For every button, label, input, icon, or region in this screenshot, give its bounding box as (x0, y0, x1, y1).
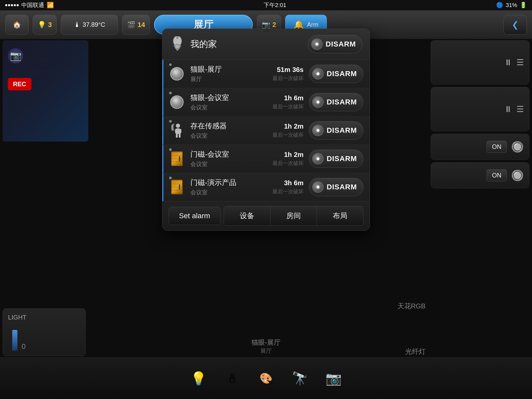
sensor-room-1: 会议室 (190, 104, 272, 111)
home-icon: 🏠 (13, 21, 21, 29)
home-button[interactable]: 🏠 (5, 15, 29, 35)
modal-header-icon (170, 36, 185, 52)
light-icon: 💡 (38, 21, 46, 29)
light-button[interactable]: 💡 3 (33, 15, 57, 35)
sensor-time-3: 1h 2m (272, 151, 304, 159)
sensor-item-3: 门磁-会议室 会议室 1h 2m 最后一次破坏 DISARM (162, 145, 370, 173)
temp-value: 37.89°C (83, 21, 105, 28)
disarm-circle-icon (311, 38, 323, 50)
on-badge-2: ON (487, 169, 507, 181)
sensor-last-2: 最后一次破坏 (272, 131, 304, 138)
main-disarm-label: DISARM (326, 40, 356, 48)
sensor-icon-3 (169, 150, 185, 167)
alert-dot-2 (169, 120, 172, 123)
sensor-item-4: 门磁-演示产品 会议室 3h 6m 最后一次破坏 DISARM (162, 173, 370, 201)
sensor-time-2: 1h 2m (272, 122, 304, 130)
bottom-icon-light[interactable]: 💡 (188, 368, 209, 389)
light-title-label: LIGHT (8, 314, 80, 321)
on-badge-1: ON (487, 141, 507, 153)
sensor-name-4: 门磁-演示产品 (190, 178, 272, 188)
disarm-button-4[interactable]: DISARM (309, 178, 363, 196)
light-count: 3 (48, 21, 52, 29)
modal-title: 我的家 (190, 38, 217, 50)
bottom-icon-fire[interactable]: 🕯 (222, 368, 243, 389)
disarm-button-1[interactable]: DISARM (309, 93, 363, 111)
sensor-last-1: 最后一次破坏 (272, 103, 304, 110)
svg-rect-9 (176, 134, 178, 138)
sensor-time-block-3: 1h 2m 最后一次破坏 (272, 151, 304, 167)
pause-icon[interactable]: ⏸ (504, 58, 512, 67)
bottom-camera-label: 猫眼-展厅 展厅 (251, 338, 281, 355)
alert-dot-0 (169, 63, 172, 66)
bottom-icon-camera-dome[interactable]: 🔭 (289, 368, 310, 389)
main-disarm-button[interactable]: DISARM (308, 35, 362, 53)
sensor-list: 猫眼-展厅 展厅 51m 36s 最后一次破坏 DISARM 猫眼-会议室 (162, 60, 370, 201)
footer-tab-layout[interactable]: 布局 (317, 206, 363, 225)
sensor-icon-2 (169, 122, 185, 139)
status-bar-left: 中国联通 📶 (5, 1, 54, 9)
alarm-modal: 我的家 DISARM 猫眼-展厅 展厅 51m 36s 最后一次破坏 (162, 29, 370, 231)
back-icon: ❮ (512, 20, 519, 30)
right-controls: ⏸ ☰ ⏸ ☰ ON 🔘 ON 🔘 (431, 40, 529, 188)
light-control: LIGHT 0 (3, 308, 86, 356)
sensor-room-0: 展厅 (190, 75, 272, 83)
sensor-time-block-2: 1h 2m 最后一次破坏 (272, 122, 304, 138)
sensor-name-2: 存在传感器 (190, 121, 272, 131)
disarm-button-3[interactable]: DISARM (309, 150, 363, 168)
disarm-label-4: DISARM (327, 183, 357, 191)
sensor-info-2: 存在传感器 会议室 (190, 121, 272, 140)
bottom-icon-bar: 💡 🕯 🎨 🔭 📷 (0, 357, 532, 399)
menu-icon[interactable]: ☰ (516, 57, 524, 67)
battery-icon: 🔋 (520, 2, 527, 9)
toggle-icon-1[interactable]: 🔘 (511, 141, 524, 153)
sensor-last-4: 最后一次破坏 (272, 188, 304, 195)
battery-label: 31% (506, 2, 517, 9)
footer-tab-room[interactable]: 房间 (270, 206, 317, 225)
sensor-name-1: 猫眼-会议室 (190, 93, 272, 103)
scene-count: 14 (137, 21, 145, 29)
wifi-icon: 📶 (47, 2, 54, 9)
disarm-circle-0 (312, 68, 324, 79)
disarm-circle-3 (312, 153, 324, 164)
status-bar-right: 🔵 31% 🔋 (496, 2, 527, 9)
scene-button[interactable]: 🎬 14 (122, 15, 150, 35)
disarm-label-1: DISARM (327, 98, 357, 106)
rec-badge: REC (8, 78, 31, 90)
svg-rect-8 (179, 129, 181, 134)
sensor-time-block-0: 51m 36s 最后一次破坏 (272, 66, 304, 82)
bottom-icon-camera2[interactable]: 📷 (323, 368, 344, 389)
set-alarm-button[interactable]: Set alarm (169, 207, 221, 225)
sensor-time-block-4: 3h 6m 最后一次破坏 (272, 179, 304, 195)
disarm-button-2[interactable]: DISARM (309, 121, 363, 139)
pause-icon-2[interactable]: ⏸ (504, 104, 512, 114)
sensor-last-0: 最后一次破坏 (272, 75, 304, 82)
disarm-button-0[interactable]: DISARM (309, 65, 363, 83)
svg-rect-10 (179, 134, 181, 138)
sensor-room-2: 会议室 (190, 132, 272, 140)
disarm-label-2: DISARM (327, 126, 357, 135)
bluetooth-icon: 🔵 (496, 2, 503, 9)
back-button[interactable]: ❮ (503, 15, 527, 35)
menu-icon-2[interactable]: ☰ (516, 104, 524, 114)
sensor-room-3: 会议室 (190, 160, 272, 168)
sensor-time-0: 51m 36s (272, 66, 304, 74)
sensor-time-block-1: 1h 6m 最后一次破坏 (272, 94, 304, 110)
footer-tab-device[interactable]: 设备 (224, 206, 270, 225)
disarm-circle-2 (312, 125, 324, 136)
sensor-last-3: 最后一次破坏 (272, 160, 304, 167)
sensor-item-2: 存在传感器 会议室 1h 2m 最后一次破坏 DISARM (162, 116, 370, 145)
alert-dot-1 (169, 92, 172, 94)
modal-header: 我的家 DISARM (162, 29, 370, 60)
sensor-info-0: 猫眼-展厅 展厅 (190, 64, 272, 83)
toggle-icon-2[interactable]: 🔘 (511, 169, 524, 182)
camera-count: 2 (272, 21, 276, 29)
temp-icon: 🌡 (74, 21, 81, 29)
disarm-label-3: DISARM (327, 155, 357, 163)
svg-point-5 (176, 124, 180, 128)
temperature-button[interactable]: 🌡 37.89°C (61, 15, 118, 35)
bottom-icon-color[interactable]: 🎨 (256, 368, 276, 389)
fiber-label: 光纤灯 (405, 347, 425, 356)
sensor-name-3: 门磁-会议室 (190, 149, 272, 159)
sensor-info-3: 门磁-会议室 会议室 (190, 149, 272, 168)
sensor-info-4: 门磁-演示产品 会议室 (190, 178, 272, 196)
